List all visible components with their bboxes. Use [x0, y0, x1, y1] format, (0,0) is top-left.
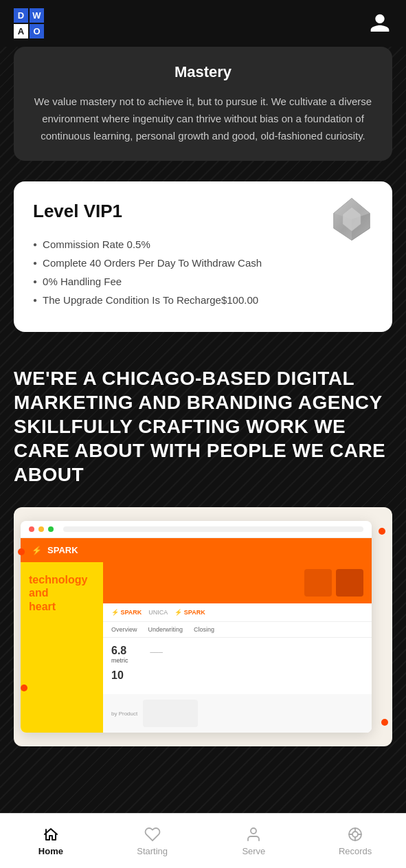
spark-banner-shapes	[304, 569, 363, 597]
user-avatar-icon[interactable]	[368, 11, 392, 36]
vip-item-fee: 0% Handling Fee	[33, 276, 373, 287]
spark-metric-2: ___	[150, 645, 163, 664]
app-header: D W A O	[0, 0, 406, 47]
spark-data-row-2: 10	[111, 669, 363, 682]
bottom-navigation: Home Starting Serve	[0, 813, 406, 868]
spark-banner	[103, 562, 372, 603]
logo-cell-d: D	[14, 8, 28, 23]
vip-item-orders: Complete 40 Orders Per Day To Withdraw C…	[33, 257, 373, 269]
nav-item-records[interactable]: Records	[304, 825, 406, 856]
spark-nav-overview: Overview	[111, 626, 137, 633]
spark-num-2: 10	[111, 669, 124, 682]
vip-badge-icon	[328, 195, 376, 243]
nav-item-home[interactable]: Home	[0, 825, 102, 856]
nav-label-records: Records	[339, 846, 372, 856]
spark-label-1: metric	[111, 657, 128, 664]
spark-shape-1	[304, 569, 332, 597]
brand-spark-1: ⚡ SPARK	[111, 609, 142, 616]
logo-cell-o: O	[30, 24, 44, 38]
spark-divider-metric: ___	[150, 645, 163, 653]
serve-icon	[245, 825, 262, 843]
svg-point-8	[352, 832, 358, 837]
starting-icon	[144, 825, 161, 843]
nav-label-home: Home	[38, 846, 63, 856]
spark-shape-2	[336, 569, 363, 597]
spark-footer: by Product	[103, 694, 372, 733]
mastery-card: Mastery We value mastery not to achieve …	[14, 47, 392, 161]
browser-bar	[21, 521, 372, 538]
spark-nav-closing: Closing	[194, 626, 214, 633]
brand-spark-2: ⚡ SPARK	[174, 609, 205, 616]
records-icon	[346, 825, 364, 843]
spark-main-area: ⚡ SPARK UNICA ⚡ SPARK Overview Underwrit…	[103, 562, 372, 733]
mastery-description: We value mastery not to achieve it, but …	[33, 93, 373, 144]
spark-num-1: 6.8	[111, 645, 128, 657]
spark-sidebar: technologyandheart	[21, 562, 103, 733]
spark-metric-3: 10	[111, 669, 124, 682]
vip-card: Level VIP1	[14, 181, 392, 332]
brand-unica: UNICA	[148, 609, 168, 616]
spark-sidebar-text: technologyandheart	[29, 573, 95, 613]
spark-data-row-1: 6.8 metric ___	[111, 645, 363, 664]
vip-item-commission: Commission Rate 0.5%	[33, 238, 373, 250]
nav-label-serve: Serve	[242, 846, 265, 856]
main-content: Mastery We value mastery not to achieve …	[0, 47, 406, 837]
spark-nav-bar: Overview Underwriting Closing	[103, 622, 372, 638]
spark-logo-text: SPARK	[47, 545, 78, 555]
agency-tagline: WE'RE A CHICAGO-BASED DIGITAL MARKETING …	[0, 353, 406, 507]
mastery-title: Mastery	[33, 63, 373, 81]
vip-title: Level VIP1	[33, 201, 373, 222]
nav-item-serve[interactable]: Serve	[203, 825, 305, 856]
spark-product-chart	[143, 700, 198, 727]
spark-data-area: 6.8 metric ___ 10	[103, 638, 372, 694]
svg-point-6	[251, 828, 256, 834]
spark-metric-1: 6.8 metric	[111, 645, 128, 664]
logo-cell-a: A	[14, 24, 28, 38]
logo-cell-w: W	[30, 8, 44, 23]
spark-nav-underwriting: Underwriting	[148, 626, 183, 633]
brand-logos-row: ⚡ SPARK UNICA ⚡ SPARK	[103, 603, 372, 622]
browser-url-bar	[63, 526, 363, 532]
vip-item-upgrade: The Upgrade Condition Is To Recharge$100…	[33, 294, 373, 306]
nav-label-starting: Starting	[137, 846, 168, 856]
spark-app-header: ⚡ SPARK	[21, 538, 372, 562]
app-logo[interactable]: D W A O	[14, 8, 44, 38]
home-icon	[42, 825, 60, 843]
spark-content-area: technologyandheart ⚡ S	[21, 562, 372, 733]
spark-product-label: by Product	[111, 711, 137, 717]
preview-screenshot: ⚡ SPARK technologyandheart	[14, 507, 392, 746]
vip-features-list: Commission Rate 0.5% Complete 40 Orders …	[33, 238, 373, 306]
nav-item-starting[interactable]: Starting	[102, 825, 203, 856]
